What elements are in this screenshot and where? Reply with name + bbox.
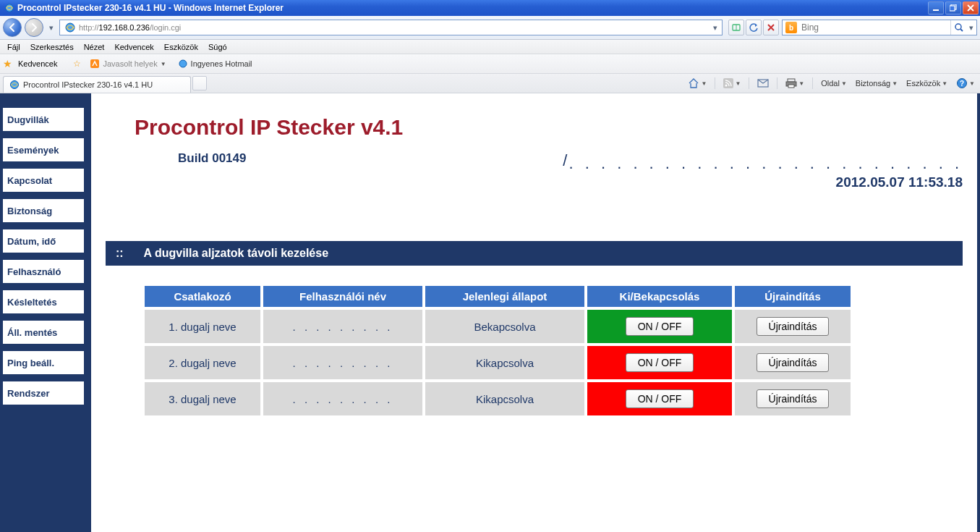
suggested-sites-icon	[90, 59, 100, 69]
read-mail-button[interactable]	[755, 77, 771, 89]
sidebar-item-delay[interactable]: Késleltetés	[3, 290, 84, 313]
svg-point-4	[66, 23, 74, 32]
tab-title: Procontrol IPstecker 230-16 v4.1 HU	[23, 80, 153, 89]
refresh-button[interactable]	[746, 20, 762, 35]
outlet-restart-cell: Újraindítás	[735, 346, 851, 379]
onoff-button[interactable]: ON / OFF	[626, 389, 694, 408]
outlet-toggle-cell: ON / OFF	[587, 310, 732, 343]
outlet-status: Kikapcsolva	[425, 382, 584, 415]
command-bar: ▼ ▼ ▼ Oldal▼ Biztonság▼ Eszközök▼ ? ▼	[686, 74, 977, 93]
svg-text:?: ?	[960, 80, 964, 88]
menu-edit[interactable]: Szerkesztés	[26, 41, 78, 53]
datetime-text: 2012.05.07 11:53.18	[563, 174, 963, 190]
menu-favorites[interactable]: Kedvencek	[110, 41, 158, 53]
col-connector: Csatlakozó	[145, 286, 260, 307]
window-title: Procontrol IPstecker 230-16 v4.1 HU - Wi…	[17, 3, 928, 13]
favorites-star-icon[interactable]: ★	[3, 58, 12, 69]
outlet-status: Bekapcsolva	[425, 310, 584, 343]
table-row: 3. dugalj neve. . . . . . . . .Kikapcsol…	[145, 382, 851, 415]
outlet-toggle-cell: ON / OFF	[587, 346, 732, 379]
tools-menu[interactable]: Eszközök▼	[904, 77, 950, 89]
outlet-toggle-cell: ON / OFF	[587, 382, 732, 415]
search-button[interactable]	[950, 20, 966, 35]
outlet-username: . . . . . . . . .	[263, 346, 422, 379]
window-close-button[interactable]	[963, 1, 979, 14]
outlet-restart-cell: Újraindítás	[735, 310, 851, 343]
svg-point-8	[179, 60, 187, 67]
window-restore-button[interactable]	[945, 1, 961, 14]
favorites-label[interactable]: Kedvencek	[18, 59, 57, 68]
print-button[interactable]: ▼	[783, 77, 806, 90]
security-menu[interactable]: Biztonság▼	[853, 77, 900, 89]
new-tab-button[interactable]	[192, 76, 207, 90]
section-header: :: A dugvilla aljzatok távoli kezelése	[106, 241, 963, 266]
restart-button[interactable]: Újraindítás	[757, 389, 830, 408]
restart-button[interactable]: Újraindítás	[757, 317, 830, 336]
outlet-name: 1. dugalj neve	[145, 310, 260, 343]
address-bar[interactable]: http:// 192.168.0.236 /login.cgi ▾	[59, 20, 723, 35]
table-row: 1. dugalj neve. . . . . . . . .Bekapcsol…	[145, 310, 851, 343]
back-button[interactable]	[3, 18, 22, 37]
svg-rect-13	[788, 79, 795, 82]
table-row: 2. dugalj neve. . . . . . . . .Kikapcsol…	[145, 346, 851, 379]
sidebar-item-plugs[interactable]: Dugvillák	[3, 108, 84, 131]
sidebar-item-datetime[interactable]: Dátum, idő	[3, 229, 84, 253]
sidebar-item-save[interactable]: Áll. mentés	[3, 321, 84, 344]
menu-bar: Fájl Szerkesztés Nézet Kedvencek Eszközö…	[0, 40, 980, 54]
search-input[interactable]	[800, 22, 950, 33]
app-content: Procontrol IP Stecker v4.1 Build 00149 /…	[91, 93, 977, 532]
browser-navbar: ▾ http:// 192.168.0.236 /login.cgi ▾ b ▾	[0, 16, 980, 40]
sidebar-item-system[interactable]: Rendszer	[3, 381, 84, 405]
onoff-button[interactable]: ON / OFF	[626, 317, 694, 336]
url-path: /login.cgi	[150, 23, 181, 32]
menu-view[interactable]: Nézet	[80, 41, 109, 53]
sidebar-item-events[interactable]: Események	[3, 138, 84, 161]
col-username: Felhasználói név	[263, 286, 422, 307]
col-status: Jelenlegi állapot	[425, 286, 584, 307]
menu-tools[interactable]: Eszközök	[160, 41, 203, 53]
outlet-username: . . . . . . . . .	[263, 310, 422, 343]
suggested-sites-link[interactable]: Javasolt helyek ▼	[87, 57, 169, 70]
stop-button[interactable]	[763, 20, 779, 35]
hotmail-link[interactable]: Ingyenes Hotmail	[175, 57, 255, 70]
ie-logo-icon	[4, 3, 14, 13]
window-minimize-button[interactable]	[928, 1, 944, 14]
home-button[interactable]: ▼	[686, 76, 709, 90]
page-viewport: Dugvillák Események Kapcsolat Biztonság …	[0, 93, 980, 532]
build-label: Build 00149	[178, 151, 247, 166]
svg-point-6	[955, 24, 961, 30]
tab-strip: Procontrol IPstecker 230-16 v4.1 HU ▼ ▼ …	[0, 74, 980, 93]
chevron-down-icon: ▼	[161, 61, 166, 67]
page-icon	[64, 22, 76, 33]
compat-view-button[interactable]	[728, 20, 744, 35]
search-box[interactable]: b ▾	[782, 20, 977, 35]
menu-help[interactable]: Súgó	[204, 41, 231, 53]
svg-point-11	[725, 85, 728, 87]
restart-button[interactable]: Újraindítás	[757, 353, 830, 372]
browser-tab[interactable]: Procontrol IPstecker 230-16 v4.1 HU	[3, 76, 191, 93]
outlet-table: Csatlakozó Felhasználói név Jelenlegi ál…	[142, 283, 853, 418]
outlet-name: 3. dugalj neve	[145, 382, 260, 415]
menu-file[interactable]: Fájl	[3, 41, 25, 53]
help-button[interactable]: ? ▼	[954, 76, 977, 90]
history-dropdown[interactable]: ▾	[46, 20, 56, 35]
col-toggle: Ki/Bekapcsolás	[587, 286, 732, 307]
onoff-button[interactable]: ON / OFF	[626, 353, 694, 372]
forward-button[interactable]	[25, 18, 43, 37]
sidebar-item-ping[interactable]: Ping beáll.	[3, 351, 84, 374]
outlet-username: . . . . . . . . .	[263, 382, 422, 415]
feeds-button[interactable]: ▼	[721, 77, 743, 90]
address-dropdown[interactable]: ▾	[710, 20, 720, 35]
sidebar-item-security[interactable]: Biztonság	[3, 199, 84, 222]
tab-favicon-icon	[9, 80, 20, 90]
sidebar-item-user[interactable]: Felhasználó	[3, 260, 84, 283]
app-title: Procontrol IP Stecker v4.1	[135, 115, 963, 140]
svg-rect-3	[950, 6, 955, 11]
add-fav-icon[interactable]: ☆	[73, 59, 81, 69]
page-menu[interactable]: Oldal▼	[819, 77, 849, 89]
sidebar-item-connection[interactable]: Kapcsolat	[3, 169, 84, 192]
window-titlebar: Procontrol IPstecker 230-16 v4.1 HU - Wi…	[0, 0, 980, 16]
search-dropdown[interactable]: ▾	[966, 20, 976, 35]
datetime-block: /. . . . . . . . . . . . . . . . . . . .…	[563, 151, 963, 190]
svg-rect-10	[723, 78, 733, 88]
